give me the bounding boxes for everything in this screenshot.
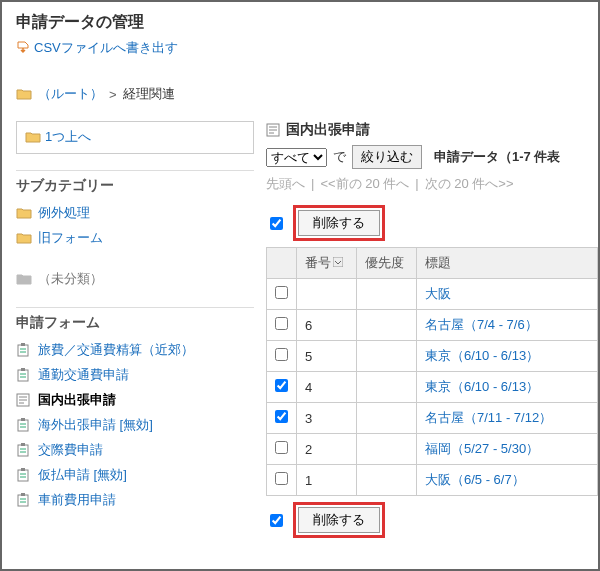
form-link[interactable]: 通勤交通費申請	[16, 366, 129, 384]
row-subject: 名古屋（7/4 - 7/6）	[417, 310, 598, 341]
row-checkbox[interactable]	[275, 348, 288, 361]
row-subject-link[interactable]: 大阪	[425, 286, 451, 301]
row-number: 6	[297, 310, 357, 341]
table-row: 5東京（6/10 - 6/13）	[267, 341, 598, 372]
breadcrumb-root[interactable]: （ルート）	[38, 85, 103, 103]
delete-button-bottom[interactable]: 削除する	[298, 507, 380, 533]
row-priority	[357, 310, 417, 341]
export-csv-link[interactable]: CSVファイルへ書き出す	[16, 39, 178, 57]
table-row: 3名古屋（7/11 - 7/12）	[267, 403, 598, 434]
row-subject-link[interactable]: 大阪（6/5 - 6/7）	[425, 472, 525, 487]
table-row: 2福岡（5/27 - 5/30）	[267, 434, 598, 465]
subcategory-heading: サブカテゴリー	[16, 170, 254, 195]
breadcrumb: （ルート） > 経理関連	[16, 85, 598, 103]
row-checkbox[interactable]	[275, 441, 288, 454]
form-link[interactable]: 旅費／交通費精算（近郊）	[16, 341, 194, 359]
row-number: 1	[297, 465, 357, 496]
row-checkbox[interactable]	[275, 410, 288, 423]
uncategorized-label: （未分類）	[38, 270, 103, 288]
form-label: 通勤交通費申請	[38, 366, 129, 384]
subcategory-link[interactable]: 例外処理	[16, 204, 90, 222]
folder-up-icon	[25, 130, 41, 144]
svg-rect-0	[18, 345, 28, 356]
row-priority	[357, 341, 417, 372]
form-icon	[16, 393, 32, 407]
page-title: 申請データの管理	[16, 12, 598, 33]
export-csv-label: CSVファイルへ書き出す	[34, 39, 178, 57]
row-number	[297, 279, 357, 310]
row-subject-link[interactable]: 東京（6/10 - 6/13）	[425, 348, 539, 363]
form-icon	[16, 343, 32, 357]
row-subject: 東京（6/10 - 6/13）	[417, 341, 598, 372]
main-panel: 国内出張申請 すべて で 絞り込む 申請データ（1-7 件表 先頭へ|<<前の …	[266, 121, 598, 544]
pager-next: 次の 20 件へ>>	[425, 176, 514, 191]
up-one-level-link[interactable]: 1つ上へ	[25, 128, 91, 146]
svg-rect-3	[21, 368, 25, 371]
form-link[interactable]: 車前費用申請	[16, 491, 116, 509]
form-item: 仮払申請 [無効]	[16, 463, 254, 488]
row-subject: 東京（6/10 - 6/13）	[417, 372, 598, 403]
svg-rect-7	[18, 445, 28, 456]
sidebar: 1つ上へ サブカテゴリー 例外処理旧フォーム （未分類） 申請フォーム 旅費／交…	[16, 121, 254, 544]
form-link[interactable]: 交際費申請	[16, 441, 103, 459]
form-item: 交際費申請	[16, 438, 254, 463]
svg-rect-10	[21, 468, 25, 471]
table-row: 6名古屋（7/4 - 7/6）	[267, 310, 598, 341]
form-icon	[16, 368, 32, 382]
form-item: 国内出張申請	[16, 388, 254, 413]
row-checkbox[interactable]	[275, 317, 288, 330]
delete-row-bottom: 削除する	[266, 496, 598, 544]
row-subject-link[interactable]: 東京（6/10 - 6/13）	[425, 379, 539, 394]
folder-gray-icon	[16, 272, 32, 286]
row-checkbox[interactable]	[275, 286, 288, 299]
col-checkbox	[267, 248, 297, 279]
row-subject: 福岡（5/27 - 5/30）	[417, 434, 598, 465]
svg-rect-5	[18, 420, 28, 431]
pager-first: 先頭へ	[266, 176, 305, 191]
pager-prev: <<前の 20 件へ	[320, 176, 409, 191]
forms-heading: 申請フォーム	[16, 307, 254, 332]
main-title: 国内出張申請	[266, 121, 370, 139]
form-link[interactable]: 海外出張申請 [無効]	[16, 416, 153, 434]
row-checkbox[interactable]	[275, 379, 288, 392]
select-all-top-checkbox[interactable]	[270, 217, 283, 230]
form-link[interactable]: 仮払申請 [無効]	[16, 466, 127, 484]
folder-icon	[16, 87, 32, 101]
subcategory-link[interactable]: 旧フォーム	[16, 229, 103, 247]
folder-icon	[16, 206, 32, 220]
row-priority	[357, 279, 417, 310]
row-subject-link[interactable]: 名古屋（7/4 - 7/6）	[425, 317, 538, 332]
svg-rect-6	[21, 418, 25, 421]
filter-button[interactable]: 絞り込む	[352, 145, 422, 169]
row-number: 2	[297, 434, 357, 465]
filter-select[interactable]: すべて	[266, 148, 327, 167]
delete-highlight-top: 削除する	[293, 205, 385, 241]
form-item: 車前費用申請	[16, 488, 254, 513]
svg-rect-12	[21, 493, 25, 496]
breadcrumb-current: 経理関連	[123, 85, 175, 103]
row-subject-link[interactable]: 名古屋（7/11 - 7/12）	[425, 410, 552, 425]
document-icon	[266, 123, 282, 137]
form-label: 旅費／交通費精算（近郊）	[38, 341, 194, 359]
table-row: 1大阪（6/5 - 6/7）	[267, 465, 598, 496]
delete-button-top[interactable]: 削除する	[298, 210, 380, 236]
row-number: 3	[297, 403, 357, 434]
subcategory-list: 例外処理旧フォーム	[16, 201, 254, 251]
svg-rect-2	[18, 370, 28, 381]
row-subject-link[interactable]: 福岡（5/27 - 5/30）	[425, 441, 539, 456]
subcategory-label: 旧フォーム	[38, 229, 103, 247]
row-checkbox[interactable]	[275, 472, 288, 485]
row-priority	[357, 372, 417, 403]
form-label: 車前費用申請	[38, 491, 116, 509]
select-all-bottom-checkbox[interactable]	[270, 514, 283, 527]
col-priority[interactable]: 優先度	[357, 248, 417, 279]
col-subject[interactable]: 標題	[417, 248, 598, 279]
up-one-level-box: 1つ上へ	[16, 121, 254, 154]
main-title-text: 国内出張申請	[286, 121, 370, 139]
col-number[interactable]: 番号	[297, 248, 357, 279]
table-row: 大阪	[267, 279, 598, 310]
svg-rect-9	[18, 470, 28, 481]
form-link[interactable]: 国内出張申請	[16, 391, 116, 409]
table-row: 4東京（6/10 - 6/13）	[267, 372, 598, 403]
sort-desc-icon	[333, 255, 343, 265]
